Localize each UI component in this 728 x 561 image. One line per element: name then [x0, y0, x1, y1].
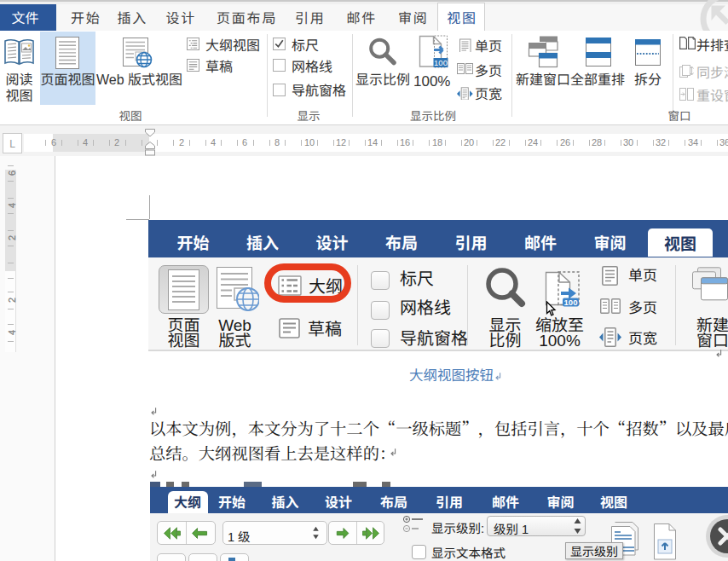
svg-text:100: 100 — [434, 58, 448, 67]
svg-text:100: 100 — [564, 298, 578, 307]
